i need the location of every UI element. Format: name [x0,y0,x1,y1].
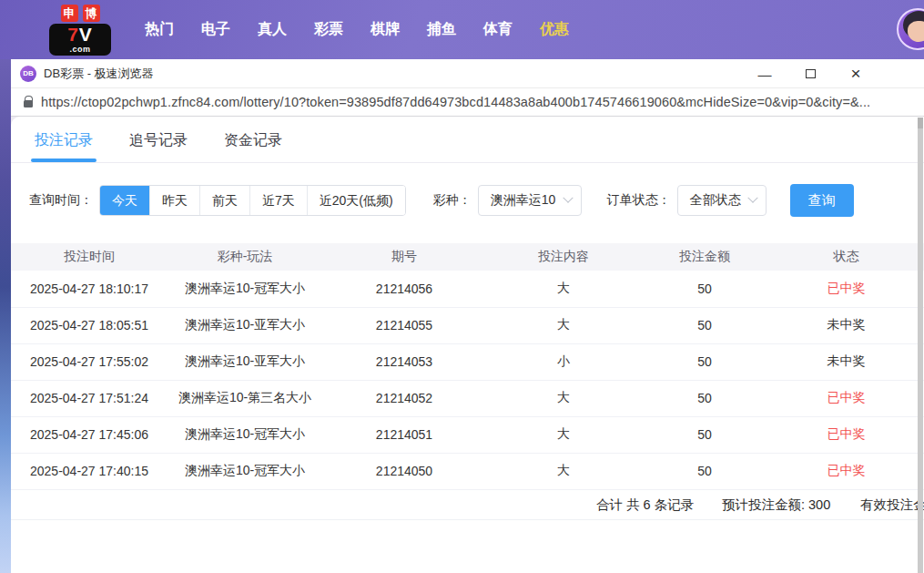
cell-bet-time: 2025-04-27 18:05:51 [11,307,168,343]
cell-bet-amount: 50 [641,343,768,380]
cell-bet-amount: 50 [641,307,768,343]
table-row: 2025-04-27 17:45:06 澳洲幸运10-冠军大小 21214051… [11,416,924,453]
logo-box: 7V .com [49,24,111,56]
window-controls: — × [751,59,869,88]
cell-game-playtype: 澳洲幸运10-亚军大小 [168,343,322,380]
lottery-select-value: 澳洲幸运10 [491,192,556,209]
window-title: DB彩票 - 极速浏览器 [44,66,154,82]
column-header: 投注内容 [486,243,641,271]
time-filter-button[interactable]: 近7天 [249,186,307,215]
summary-row: 合计 共 6 条记录 预计投注金额: 300 有效投注金额 [11,490,924,520]
cell-status: 已中奖 [768,380,924,416]
record-tabs: 投注记录追号记录资金记录 [11,117,924,163]
table-header: 投注时间彩种-玩法期号投注内容投注金额状态 [11,243,924,271]
nav-item[interactable]: 优惠 [526,20,583,39]
time-filter-button[interactable]: 昨天 [149,186,199,215]
cell-bet-content: 大 [486,416,641,453]
table-row: 2025-04-27 17:40:15 澳洲幸运10-冠军大小 21214050… [11,453,924,489]
cell-bet-content: 大 [486,453,641,489]
cell-bet-amount: 50 [641,416,768,453]
cell-bet-time: 2025-04-27 17:51:24 [11,380,168,416]
logo-badge-bo: 博 [83,5,100,22]
records-card: 投注记录追号记录资金记录 查询时间： 今天昨天前天近7天近20天(低频) 彩种：… [11,117,924,572]
lottery-select[interactable]: 澳洲幸运10 [478,185,582,216]
table-row: 2025-04-27 17:51:24 澳洲幸运10-第三名大小 2121405… [11,380,924,416]
cell-game-playtype: 澳洲幸运10-冠军大小 [168,271,322,307]
summary-valid-amount: 有效投注金额 [860,490,924,520]
column-header: 投注时间 [11,243,168,271]
logo-badge-shen: 申 [61,5,78,22]
bet-records-table: 投注时间彩种-玩法期号投注内容投注金额状态 2025-04-27 18:10:1… [11,243,924,490]
cell-bet-content: 小 [486,343,641,380]
order-status-select[interactable]: 全部状态 [677,185,767,216]
url-text[interactable]: https://ctop02pchwp1.zfnc84.com/lottery/… [41,95,870,109]
chevron-down-icon [747,193,757,203]
cell-bet-content: 大 [486,380,641,416]
time-filter-button[interactable]: 前天 [199,186,249,215]
cell-issue-number: 21214055 [322,307,486,343]
close-button[interactable]: × [842,62,869,86]
cell-game-playtype: 澳洲幸运10-冠军大小 [168,453,322,489]
cell-status: 未中奖 [768,307,924,343]
record-tab[interactable]: 追号记录 [129,131,188,162]
minimize-button[interactable]: — [751,62,778,86]
cell-issue-number: 21214053 [322,343,486,380]
time-filter-button[interactable]: 今天 [100,186,149,215]
cell-game-playtype: 澳洲幸运10-第三名大小 [168,380,322,416]
cell-bet-content: 大 [486,271,641,307]
page-content: 投注记录追号记录资金记录 查询时间： 今天昨天前天近7天近20天(低频) 彩种：… [11,117,924,572]
nav-item[interactable]: 热门 [131,20,188,39]
logo-main-text: 7V [52,24,108,46]
nav-item[interactable]: 电子 [188,20,244,39]
address-bar[interactable]: https://ctop02pchwp1.zfnc84.com/lottery/… [11,88,924,117]
cell-bet-content: 大 [486,307,641,343]
time-filter-group: 今天昨天前天近7天近20天(低频) [99,185,406,216]
column-header: 投注金额 [641,243,768,271]
nav-item[interactable]: 捕鱼 [413,20,470,39]
cell-issue-number: 21214050 [322,453,486,489]
cell-bet-amount: 50 [641,453,768,489]
cell-bet-amount: 50 [641,271,768,307]
query-button[interactable]: 查询 [790,184,854,217]
nav-item[interactable]: 棋牌 [357,20,413,39]
nav-item[interactable]: 体育 [470,20,526,39]
summary-total-records: 合计 共 6 条记录 [596,490,694,520]
site-favicon-icon: DB [20,66,36,82]
table-row: 2025-04-27 18:10:17 澳洲幸运10-冠军大小 21214056… [11,271,924,307]
order-status-value: 全部状态 [690,192,741,209]
column-header: 期号 [322,243,486,271]
user-avatar[interactable] [897,8,924,50]
cell-status: 已中奖 [768,416,924,453]
table-row: 2025-04-27 17:55:02 澳洲幸运10-亚军大小 21214053… [11,343,924,380]
record-tab[interactable]: 资金记录 [224,131,282,162]
browser-titlebar: DB DB彩票 - 极速浏览器 — × [11,59,924,88]
time-filter-button[interactable]: 近20天(低频) [307,186,405,215]
cell-game-playtype: 澳洲幸运10-冠军大小 [168,416,322,453]
nav-item[interactable]: 真人 [244,20,300,39]
vertical-scrollbar[interactable] [918,118,923,573]
nav-item[interactable]: 彩票 [300,20,357,39]
column-header: 状态 [768,243,924,271]
cell-issue-number: 21214052 [322,380,486,416]
logo-badges: 申 博 [49,5,111,22]
site-logo[interactable]: 申 博 7V .com [49,5,111,56]
cell-status: 已中奖 [768,453,924,489]
cell-game-playtype: 澳洲幸运10-亚军大小 [168,307,322,343]
nav-items: 热门电子真人彩票棋牌捕鱼体育优惠 [131,20,583,39]
top-navigation-bar: 申 博 7V .com 热门电子真人彩票棋牌捕鱼体育优惠 [0,0,924,59]
browser-window: DB DB彩票 - 极速浏览器 — × https://ctop02pchwp1… [11,59,924,573]
table-body: 2025-04-27 18:10:17 澳洲幸运10-冠军大小 21214056… [11,271,924,489]
order-status-label: 订单状态： [607,192,671,209]
maximize-button[interactable] [797,62,824,86]
cell-bet-amount: 50 [641,380,768,416]
filter-bar: 查询时间： 今天昨天前天近7天近20天(低频) 彩种： 澳洲幸运10 订单状态：… [29,184,924,217]
maximize-icon [806,69,816,78]
cell-bet-time: 2025-04-27 17:55:02 [11,343,168,380]
cell-bet-time: 2025-04-27 18:10:17 [11,271,168,307]
cell-bet-time: 2025-04-27 17:45:06 [11,416,168,453]
cell-status: 已中奖 [768,271,924,307]
cell-status: 未中奖 [768,343,924,380]
cell-issue-number: 21214051 [322,416,486,453]
table-row: 2025-04-27 18:05:51 澳洲幸运10-亚军大小 21214055… [11,307,924,343]
record-tab[interactable]: 投注记录 [35,131,93,162]
